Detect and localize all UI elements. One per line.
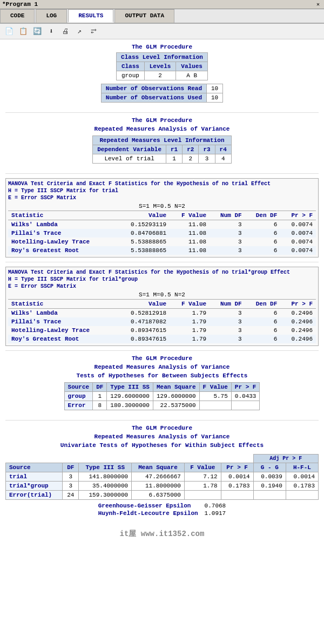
table-row: group 2 A B: [117, 71, 208, 80]
obs-read-value: 10: [207, 84, 223, 93]
within-header-row: Source DF Type III SS Mean Square F Valu…: [6, 463, 319, 472]
obs-read-label: Number of Observations Read: [101, 84, 206, 93]
tab-log[interactable]: LOG: [36, 9, 67, 23]
toolbar-download[interactable]: ⬇: [45, 25, 57, 37]
col-prf: Pr > F: [231, 383, 260, 392]
section-within-subjects: The GLM Procedure Repeated Measures Anal…: [5, 425, 319, 517]
rm-r4-col: r4: [215, 145, 231, 154]
col-fvalue: F Value: [184, 463, 221, 472]
within-subjects-table: Adj Pr > F Source DF Type III SS Mean Sq…: [5, 454, 319, 500]
toolbar-fullscreen[interactable]: ⥂: [87, 25, 99, 37]
table-row: Pillai's Trace0.8470688111.08360.0074: [8, 229, 316, 238]
levels-val: 2: [144, 71, 176, 80]
divider4: [5, 350, 319, 351]
col-dendf: Den DF: [245, 211, 281, 220]
section5-title3: Tests of Hypotheses for Between Subjects…: [5, 372, 319, 379]
manova1-table: Statistic Value F Value Num DF Den DF Pr…: [8, 211, 316, 255]
manova1-title3: E = Error SSCP Matrix: [8, 195, 316, 201]
table-row: Wilks' Lambda0.528129181.79360.2496: [8, 309, 316, 318]
section-between-subjects: The GLM Procedure Repeated Measures Anal…: [5, 355, 319, 410]
col-statistic: Statistic: [8, 300, 116, 309]
toolbar-copy[interactable]: 📋: [17, 25, 29, 37]
section5-title1: The GLM Procedure: [5, 355, 319, 362]
manova2-header-row: Statistic Value F Value Num DF Den DF Pr…: [8, 300, 316, 309]
col-prf: Pr > F: [280, 300, 316, 309]
toolbar-expand[interactable]: ↗: [73, 25, 85, 37]
rm-r2-col: r2: [183, 145, 199, 154]
table-row: Roy's Greatest Root5.5388886511.08360.00…: [8, 246, 316, 255]
tab-code[interactable]: CODE: [0, 9, 35, 23]
tab-results[interactable]: RESULTS: [68, 9, 113, 23]
tab-output-data[interactable]: OUTPUT DATA: [114, 9, 174, 23]
epsilon-row: Greenhouse-Geisser Epsilon0.7068: [95, 502, 229, 510]
col-fvalue: F Value: [170, 300, 210, 309]
table-row: Error(trial)24159.30000006.6375000: [6, 491, 319, 500]
rm-row-r1: 1: [166, 154, 183, 164]
col-typeiii-ss: Type III SS: [79, 463, 132, 472]
manova2-table: Statistic Value F Value Num DF Den DF Pr…: [8, 299, 316, 343]
table-row: Error8180.300000022.5375000: [64, 401, 260, 410]
obs-used-row: Number of Observations Used 10: [101, 93, 222, 103]
col-values: Values: [176, 62, 208, 71]
col-fvalue: F Value: [199, 383, 231, 392]
values-val: A B: [176, 71, 208, 80]
col-typeiii-ss: Type III SS: [107, 383, 153, 392]
class-level-table: Class Level Information Class Levels Val…: [116, 52, 208, 80]
col-mean-square: Mean Square: [132, 463, 185, 472]
close-button[interactable]: ✕: [314, 1, 322, 8]
col-hfl: H-F-L: [286, 463, 318, 472]
section5-title2: Repeated Measures Analysis of Variance: [5, 364, 319, 370]
between-header-row: Source DF Type III SS Mean Square F Valu…: [64, 383, 260, 392]
class-level-header: Class Level Information: [117, 53, 208, 62]
col-df: DF: [93, 383, 107, 392]
rm-row-r3: 3: [199, 154, 215, 164]
toolbar-export[interactable]: 🔄: [31, 25, 43, 37]
toolbar: 📄 📋 🔄 ⬇ 🖨 ↗ ⥂: [0, 24, 324, 39]
table-row: trial*group335.400000011.80000001.780.17…: [6, 482, 319, 491]
col-df: DF: [63, 463, 79, 472]
divider2: [5, 173, 319, 174]
table-row: group1129.6000000129.60000005.750.0433: [64, 392, 260, 401]
rm-r3-col: r3: [199, 145, 215, 154]
section2-title1: The GLM Procedure: [5, 117, 319, 124]
title-bar: *Program 1 ✕: [0, 0, 324, 9]
rm-r1-col: r1: [166, 145, 183, 154]
toolbar-open[interactable]: 📄: [3, 25, 15, 37]
col-source: Source: [64, 383, 93, 392]
main-content: The GLM Procedure Class Level Informatio…: [0, 39, 324, 545]
divider3: [5, 262, 319, 262]
obs-used-label: Number of Observations Used: [101, 93, 206, 103]
table-row: Hotelling-Lawley Trace5.5388886511.08360…: [8, 238, 316, 246]
section-manova-trial-group: MANOVA Test Criteria and Exact F Statist…: [5, 267, 319, 346]
section2-title2: Repeated Measures Analysis of Variance: [5, 126, 319, 132]
col-levels: Levels: [144, 62, 176, 71]
table-row: trial3141.800000047.26666677.120.00140.0…: [6, 472, 319, 482]
watermark: it屋 www.it1352.com: [5, 527, 319, 541]
epsilon-row: Huynh-Feldt-Lecoutre Epsilon1.0917: [95, 510, 229, 517]
section6-title3: Univariate Tests of Hypotheses for Withi…: [5, 442, 319, 449]
col-numdf: Num DF: [210, 211, 245, 220]
manova2-title2: H = Type III SSCP Matrix for trial*group: [8, 276, 316, 282]
col-prf: Pr > F: [280, 211, 316, 220]
divider1: [5, 112, 319, 113]
toolbar-print[interactable]: 🖨: [59, 25, 71, 37]
col-prf: Pr > F: [221, 463, 253, 472]
class-val: group: [117, 71, 145, 80]
table-row: Pillai's Trace0.471870821.79360.2496: [8, 317, 316, 326]
section-rm-level: The GLM Procedure Repeated Measures Anal…: [5, 117, 319, 164]
section-glm-basic: The GLM Procedure Class Level Informatio…: [5, 44, 319, 103]
col-statistic: Statistic: [8, 211, 116, 220]
manova1-title1: MANOVA Test Criteria and Exact F Statist…: [8, 181, 316, 187]
manova1-sline: S=1 M=0.5 N=2: [8, 203, 316, 209]
manova2-title3: E = Error SSCP Matrix: [8, 283, 316, 289]
rm-row-r2: 2: [183, 154, 199, 164]
col-source: Source: [6, 463, 63, 472]
col-value: Value: [116, 211, 170, 220]
col-value: Value: [116, 300, 170, 309]
epsilon-table: Greenhouse-Geisser Epsilon0.7068Huynh-Fe…: [95, 502, 229, 517]
divider5: [5, 420, 319, 421]
section-manova-trial: MANOVA Test Criteria and Exact F Statist…: [5, 178, 319, 257]
manova1-title2: H = Type III SSCP Matrix for trial: [8, 188, 316, 194]
table-row: Level of trial 1 2 3 4: [93, 154, 232, 164]
manova1-header-row: Statistic Value F Value Num DF Den DF Pr…: [8, 211, 316, 220]
